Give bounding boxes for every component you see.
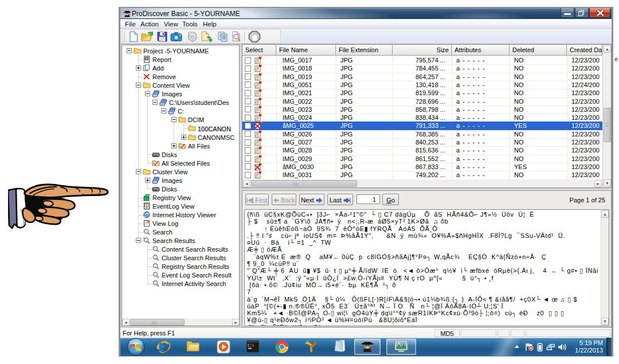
svg-text:C:\: C:\ bbox=[248, 344, 254, 348]
